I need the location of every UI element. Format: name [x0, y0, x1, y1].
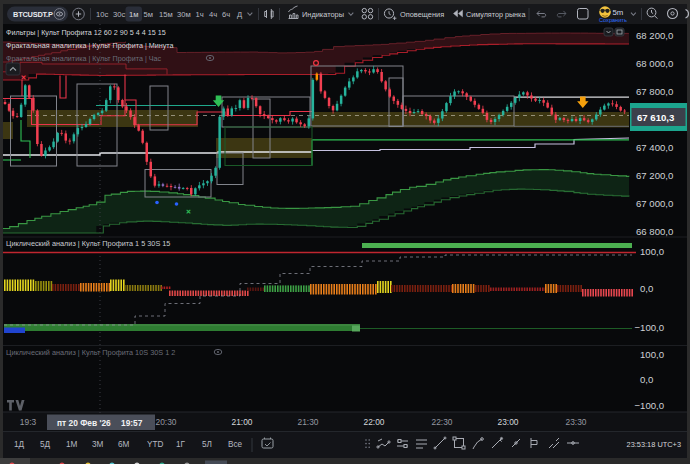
svg-text:20:30: 20:30 — [156, 417, 177, 427]
svg-text:1м: 1м — [129, 10, 138, 19]
svg-text:21:00: 21:00 — [232, 417, 253, 427]
svg-text:1ч: 1ч — [196, 10, 204, 19]
svg-text:100,0: 100,0 — [640, 246, 664, 257]
svg-text:−100,0: −100,0 — [635, 400, 665, 411]
svg-text:0,0: 0,0 — [640, 283, 653, 294]
svg-text:1Д: 1Д — [14, 440, 25, 449]
svg-text:−100,0: −100,0 — [635, 322, 665, 333]
svg-text:10с: 10с — [96, 10, 108, 19]
svg-text:68 200,0: 68 200,0 — [636, 30, 673, 41]
svg-text:4ч: 4ч — [209, 10, 217, 19]
svg-text:5м: 5м — [144, 10, 153, 19]
svg-text:5Л: 5Л — [202, 440, 212, 449]
svg-text:Симулятор рынка: Симулятор рынка — [466, 10, 525, 19]
svg-text:67 200,0: 67 200,0 — [636, 170, 673, 181]
svg-text:67 800,0: 67 800,0 — [636, 86, 673, 97]
svg-text:67 400,0: 67 400,0 — [636, 142, 673, 153]
svg-text:67 610,3: 67 610,3 — [637, 112, 674, 123]
svg-text:пт 20 Фев '26: пт 20 Фев '26 — [57, 418, 111, 428]
svg-text:23:53:18 UTC+3: 23:53:18 UTC+3 — [627, 440, 681, 449]
svg-text:Фрактальная аналитика | Культ: Фрактальная аналитика | Культ Профита | … — [6, 54, 162, 63]
svg-text:5m: 5m — [613, 8, 624, 17]
svg-text:✕: ✕ — [186, 208, 191, 215]
svg-text:5Д: 5Д — [40, 440, 51, 449]
svg-text:30м: 30м — [177, 10, 191, 19]
svg-text:19:57: 19:57 — [121, 418, 143, 428]
svg-text:✕: ✕ — [21, 74, 27, 81]
svg-text:Д: Д — [237, 10, 242, 19]
svg-text:YTD: YTD — [147, 440, 163, 449]
svg-text:0,0: 0,0 — [640, 374, 653, 385]
svg-text:Оповещения: Оповещения — [400, 10, 444, 19]
svg-text:Фильтры | Культ Профита 12 60: Фильтры | Культ Профита 12 60 2 90 5 4 4… — [6, 28, 166, 37]
svg-text:23:00: 23:00 — [498, 417, 519, 427]
svg-text:1Г: 1Г — [176, 440, 186, 449]
svg-text:6М: 6М — [118, 440, 130, 449]
svg-text:23:30: 23:30 — [566, 417, 587, 427]
svg-text:100,0: 100,0 — [640, 349, 664, 360]
svg-text:Все: Все — [228, 440, 243, 449]
svg-text:21:30: 21:30 — [298, 417, 319, 427]
svg-text:Фрактальная аналитика | Культ: Фрактальная аналитика | Культ Профита | … — [6, 41, 174, 50]
svg-text:22:00: 22:00 — [364, 417, 385, 427]
svg-text:67 000,0: 67 000,0 — [636, 198, 673, 209]
svg-text:68 000,0: 68 000,0 — [636, 58, 673, 69]
svg-text:Циклический анализ | Культ Про: Циклический анализ | Культ Профита 10S 3… — [6, 348, 175, 357]
svg-text:Сохранить: Сохранить — [599, 17, 627, 23]
svg-text:Циклический анализ | Культ Про: Циклический анализ | Культ Профита 1 5 3… — [6, 239, 170, 248]
svg-text:30с: 30с — [113, 10, 125, 19]
svg-text:15м: 15м — [159, 10, 173, 19]
svg-text:19:3: 19:3 — [20, 417, 37, 427]
svg-text:1М: 1М — [66, 440, 78, 449]
svg-text:Индикаторы: Индикаторы — [302, 10, 344, 19]
svg-text:22:30: 22:30 — [432, 417, 453, 427]
svg-text:66 800,0: 66 800,0 — [636, 226, 673, 237]
svg-text:6ч: 6ч — [222, 10, 230, 19]
svg-text:BTCUSDT.P: BTCUSDT.P — [13, 10, 53, 19]
svg-text:3М: 3М — [92, 440, 104, 449]
